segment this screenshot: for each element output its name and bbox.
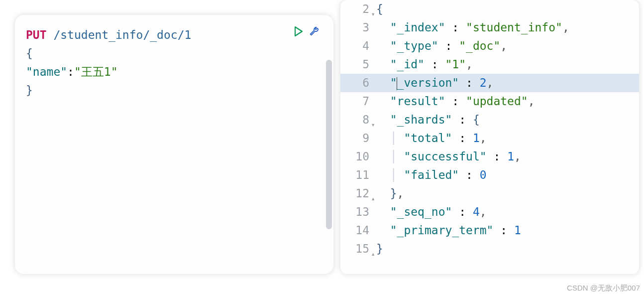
response-line: 8▾ "_shards" : { [340, 111, 639, 129]
fold-icon[interactable]: ▴ [371, 245, 375, 263]
response-line: 2▾{ [340, 0, 639, 18]
response-line: 3 "_index" : "student_info", [340, 18, 639, 37]
line-number: 8▾ [340, 111, 374, 129]
request-line: PUT /student_info/_doc/1 [26, 26, 333, 44]
line-number: 10 [340, 147, 374, 166]
line-number: 5 [340, 55, 374, 74]
response-panel: 2▾{3 "_index" : "student_info",4 "_type"… [340, 0, 639, 274]
brace-close: } [26, 81, 333, 100]
code-content: }, [374, 184, 639, 203]
line-number: 14 [340, 221, 374, 240]
code-content: "_seq_no" : 4, [374, 203, 639, 221]
code-content: "_id" : "1", [374, 55, 639, 74]
line-number: 12▴ [340, 184, 374, 203]
line-number: 4 [340, 37, 374, 55]
response-line: 13 "_seq_no" : 4, [340, 203, 639, 221]
line-number: 3 [340, 18, 374, 37]
code-content: "_index" : "student_info", [374, 18, 639, 37]
request-editor[interactable]: PUT /student_info/_doc/1 { "name":"王五1" … [15, 15, 333, 100]
response-line: 14 "_primary_term" : 1 [340, 221, 639, 240]
response-editor[interactable]: 2▾{3 "_index" : "student_info",4 "_type"… [340, 0, 639, 258]
response-line: 9 │ "total" : 1, [340, 129, 639, 147]
brace-open: { [26, 44, 333, 63]
response-line: 12▴ }, [340, 184, 639, 203]
wrench-icon[interactable] [309, 26, 320, 37]
svg-marker-0 [295, 27, 302, 36]
code-content: │ "successful" : 1, [374, 147, 639, 166]
line-number: 13 [340, 203, 374, 221]
http-method: PUT [26, 26, 47, 44]
code-content: "_version" : 2, [374, 74, 639, 92]
line-number: 2▾ [340, 0, 374, 18]
run-icon[interactable] [294, 26, 304, 37]
endpoint: /student_info/_doc/1 [47, 26, 192, 44]
line-number: 9 [340, 129, 374, 147]
code-content: { [374, 0, 639, 18]
response-line: 11 │ "failed" : 0 [340, 166, 639, 184]
watermark: CSDN @无敌小肥007 [567, 284, 640, 293]
line-number: 15▴ [340, 240, 374, 258]
code-content: "_primary_term" : 1 [374, 221, 639, 240]
request-editor-panel: PUT /student_info/_doc/1 { "name":"王五1" … [15, 15, 333, 274]
code-content: │ "total" : 1, [374, 129, 639, 147]
response-line: 6 "_version" : 2, [340, 74, 639, 92]
line-number: 7 [340, 92, 374, 111]
scrollbar[interactable] [326, 60, 332, 229]
line-number: 11 [340, 166, 374, 184]
code-content: "result" : "updated", [374, 92, 639, 111]
request-actions [294, 26, 320, 37]
response-line: 10 │ "successful" : 1, [340, 147, 639, 166]
response-line: 5 "_id" : "1", [340, 55, 639, 74]
response-line: 7 "result" : "updated", [340, 92, 639, 111]
code-content: │ "failed" : 0 [374, 166, 639, 184]
code-content: "_type" : "_doc", [374, 37, 639, 55]
response-line: 4 "_type" : "_doc", [340, 37, 639, 55]
body-field: "name":"王五1" [26, 63, 333, 81]
line-number: 6 [340, 74, 374, 92]
response-line: 15▴} [340, 240, 639, 258]
code-content: "_shards" : { [374, 111, 639, 129]
code-content: } [374, 240, 639, 258]
